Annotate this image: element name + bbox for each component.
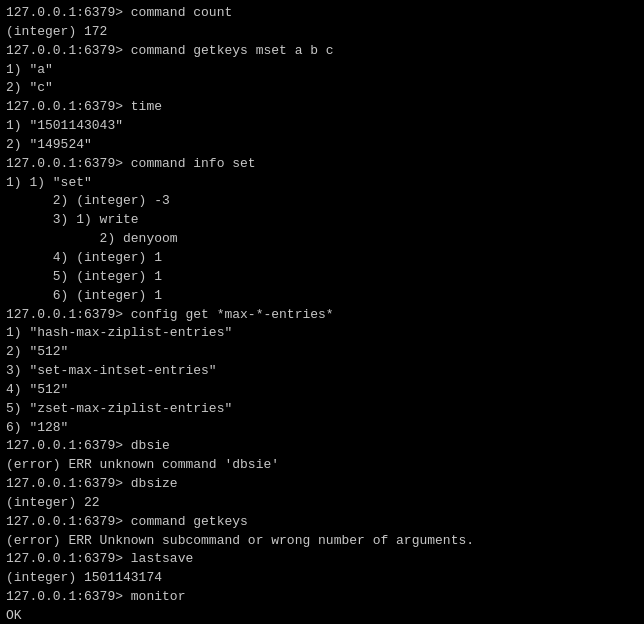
terminal-line: 127.0.0.1:6379> monitor xyxy=(6,588,638,607)
terminal-line: 1) "hash-max-ziplist-entries" xyxy=(6,324,638,343)
terminal-line: 127.0.0.1:6379> command getkeys mset a b… xyxy=(6,42,638,61)
terminal-line: 127.0.0.1:6379> dbsize xyxy=(6,475,638,494)
terminal-line: 1) 1) "set" xyxy=(6,174,638,193)
terminal-line: (error) ERR Unknown subcommand or wrong … xyxy=(6,532,638,551)
terminal-line: 1) "1501143043" xyxy=(6,117,638,136)
terminal-line: 127.0.0.1:6379> command count xyxy=(6,4,638,23)
terminal-line: 5) (integer) 1 xyxy=(6,268,638,287)
terminal-line: 6) "128" xyxy=(6,419,638,438)
terminal-line: 2) denyoom xyxy=(6,230,638,249)
terminal-line: 5) "zset-max-ziplist-entries" xyxy=(6,400,638,419)
terminal-line: 127.0.0.1:6379> lastsave xyxy=(6,550,638,569)
terminal-line: 2) "149524" xyxy=(6,136,638,155)
terminal-line: 127.0.0.1:6379> dbsie xyxy=(6,437,638,456)
terminal-line: (integer) 1501143174 xyxy=(6,569,638,588)
terminal-line: (integer) 22 xyxy=(6,494,638,513)
terminal-line: 3) 1) write xyxy=(6,211,638,230)
terminal-line: 127.0.0.1:6379> command getkeys xyxy=(6,513,638,532)
terminal-line: 3) "set-max-intset-entries" xyxy=(6,362,638,381)
terminal-line: (integer) 172 xyxy=(6,23,638,42)
terminal-line: 1) "a" xyxy=(6,61,638,80)
terminal-output: 127.0.0.1:6379> command count(integer) 1… xyxy=(6,4,638,624)
terminal-line: 2) "c" xyxy=(6,79,638,98)
terminal-line: 127.0.0.1:6379> config get *max-*-entrie… xyxy=(6,306,638,325)
terminal[interactable]: 127.0.0.1:6379> command count(integer) 1… xyxy=(0,0,644,624)
terminal-line: 2) "512" xyxy=(6,343,638,362)
terminal-line: 6) (integer) 1 xyxy=(6,287,638,306)
terminal-line: 4) "512" xyxy=(6,381,638,400)
terminal-line: (error) ERR unknown command 'dbsie' xyxy=(6,456,638,475)
terminal-line: 4) (integer) 1 xyxy=(6,249,638,268)
terminal-line: 127.0.0.1:6379> command info set xyxy=(6,155,638,174)
terminal-line: 127.0.0.1:6379> time xyxy=(6,98,638,117)
terminal-line: 2) (integer) -3 xyxy=(6,192,638,211)
terminal-line: OK xyxy=(6,607,638,624)
